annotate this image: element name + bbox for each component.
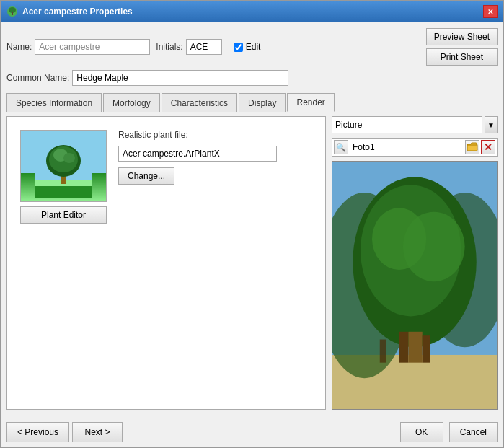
name-field-group: Name:	[6, 39, 150, 55]
svg-point-10	[63, 153, 75, 163]
plant-tree-svg	[35, 133, 92, 198]
close-button[interactable]: ✕	[483, 5, 498, 18]
ok-button[interactable]: OK	[400, 422, 443, 442]
foto-row: 🔍 ✕	[332, 138, 498, 157]
title-bar-left: Acer campestre Properties	[6, 6, 133, 17]
foto-name-input[interactable]	[350, 140, 464, 154]
folder-svg	[467, 141, 478, 151]
picture-dropdown-row: Picture ▼	[332, 116, 498, 133]
svg-point-1	[9, 7, 16, 13]
tab-display[interactable]: Display	[239, 93, 286, 112]
previous-button[interactable]: < Previous	[6, 422, 69, 442]
foto-folder-button[interactable]	[465, 140, 479, 154]
cancel-button[interactable]: Cancel	[449, 422, 498, 442]
initials-input[interactable]	[186, 39, 222, 55]
app-icon	[6, 6, 18, 17]
foto-delete-button[interactable]: ✕	[481, 140, 495, 154]
svg-point-20	[403, 212, 465, 281]
edit-checkbox[interactable]	[234, 43, 243, 52]
plant-image-box	[20, 130, 107, 202]
plant-preview-area: Plant Editor	[20, 130, 107, 224]
foto-search-button[interactable]: 🔍	[334, 140, 348, 154]
top-row: Name: Initials: Edit Preview Sheet Print…	[6, 28, 498, 66]
svg-rect-23	[423, 335, 430, 363]
initials-field-group: Initials:	[156, 39, 221, 55]
svg-rect-21	[399, 332, 409, 363]
svg-rect-24	[380, 340, 386, 363]
edit-label: Edit	[246, 42, 261, 52]
nav-buttons: < Previous Next >	[6, 422, 123, 442]
common-name-label: Common Name:	[6, 73, 69, 83]
edit-checkbox-label[interactable]: Edit	[234, 42, 261, 52]
tab-render[interactable]: Render	[287, 93, 334, 112]
content-area: Name: Initials: Edit Preview Sheet Print…	[1, 22, 503, 416]
realistic-plant-file-label: Realistic plant file:	[118, 130, 277, 140]
tab-species-information[interactable]: Species Information	[6, 93, 102, 112]
initials-label: Initials:	[156, 42, 182, 52]
left-panel: Plant Editor Realistic plant file: Chang…	[6, 116, 326, 410]
folder-icon	[467, 141, 478, 154]
search-icon: 🔍	[336, 143, 346, 152]
plant-editor-button[interactable]: Plant Editor	[20, 206, 107, 224]
window-title: Acer campestre Properties	[22, 6, 133, 17]
file-info-area: Realistic plant file: Change...	[118, 130, 277, 185]
main-section: Plant Editor Realistic plant file: Chang…	[6, 116, 498, 410]
title-bar: Acer campestre Properties ✕	[1, 1, 503, 22]
change-button[interactable]: Change...	[118, 167, 174, 185]
header-buttons-area: Preview Sheet Print Sheet	[426, 28, 498, 66]
second-row: Common Name:	[6, 70, 498, 86]
plant-file-input[interactable]	[118, 146, 277, 162]
tab-characteristics[interactable]: Characteristics	[162, 93, 237, 112]
common-name-input[interactable]	[72, 70, 288, 86]
preview-sheet-button[interactable]: Preview Sheet	[426, 28, 498, 45]
picture-dropdown[interactable]: Picture	[332, 116, 482, 133]
print-sheet-button[interactable]: Print Sheet	[426, 48, 498, 66]
bottom-bar: < Previous Next > OK Cancel	[1, 416, 503, 447]
edit-checkbox-area: Edit	[234, 42, 261, 52]
main-window: Acer campestre Properties ✕ Name: Initia…	[0, 0, 504, 448]
tabs-area: Species Information Morfology Characteri…	[6, 93, 498, 112]
svg-rect-22	[408, 332, 422, 363]
name-input[interactable]	[35, 39, 150, 55]
right-panel: Picture ▼ 🔍	[332, 116, 498, 410]
svg-rect-2	[12, 12, 13, 15]
name-label: Name:	[6, 42, 32, 52]
photo-display-area	[332, 161, 498, 410]
photo-tree-background	[332, 162, 497, 409]
dropdown-arrow-icon[interactable]: ▼	[485, 116, 498, 133]
render-content: Plant Editor Realistic plant file: Chang…	[14, 124, 318, 229]
next-button[interactable]: Next >	[72, 422, 123, 442]
ok-cancel-buttons: OK Cancel	[400, 422, 498, 442]
delete-icon: ✕	[484, 141, 492, 153]
tab-morfology[interactable]: Morfology	[103, 93, 160, 112]
